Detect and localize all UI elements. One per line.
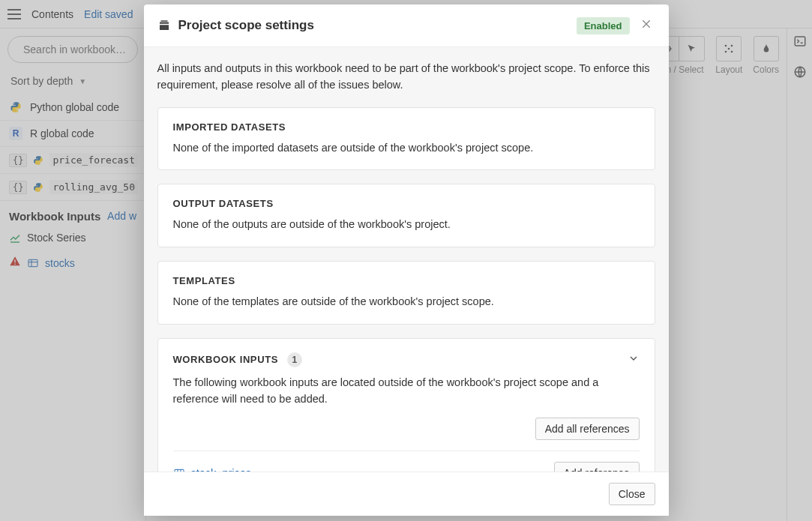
card-text: None of the imported datasets are outsid… [173, 140, 640, 157]
project-scope-modal: Project scope settings Enabled All input… [144, 4, 669, 516]
close-button[interactable]: Close [609, 483, 655, 505]
modal-overlay[interactable]: Project scope settings Enabled All input… [0, 0, 812, 521]
modal-intro: All inputs and outputs in this workbook … [157, 61, 655, 94]
output-datasets-card: OUTPUT DATASETS None of the outputs are … [157, 184, 655, 247]
card-text: None of the templates are outside of the… [173, 294, 640, 310]
card-text: None of the outputs are outside of the w… [173, 217, 640, 233]
card-title: WORKBOOK INPUTS [173, 354, 278, 365]
add-reference-button[interactable]: Add reference [554, 462, 640, 472]
templates-card: TEMPLATES None of the templates are outs… [157, 261, 655, 325]
divider [173, 451, 640, 451]
project-scope-icon [157, 19, 171, 32]
svg-rect-17 [160, 25, 169, 30]
enabled-badge: Enabled [577, 17, 630, 34]
card-title: TEMPLATES [173, 275, 640, 286]
modal-body: All inputs and outputs in this workbook … [144, 47, 669, 472]
imported-datasets-card: IMPORTED DATASETS None of the imported d… [157, 107, 655, 171]
card-title: OUTPUT DATASETS [173, 198, 640, 209]
workbook-inputs-card: WORKBOOK INPUTS 1 The following workbook… [157, 338, 655, 472]
add-all-references-button[interactable]: Add all references [535, 418, 640, 440]
svg-rect-18 [160, 20, 167, 22]
modal-title: Project scope settings [178, 18, 569, 33]
card-text: The following workbook inputs are locate… [173, 375, 640, 408]
modal-header: Project scope settings Enabled [144, 4, 669, 47]
count-badge: 1 [287, 352, 302, 367]
chevron-down-icon[interactable] [628, 352, 640, 367]
workbook-input-item: stock_prices Add reference [173, 462, 640, 472]
card-title: IMPORTED DATASETS [173, 121, 640, 133]
close-icon[interactable] [637, 15, 655, 36]
svg-rect-16 [160, 22, 169, 24]
modal-footer: Close [144, 472, 669, 516]
